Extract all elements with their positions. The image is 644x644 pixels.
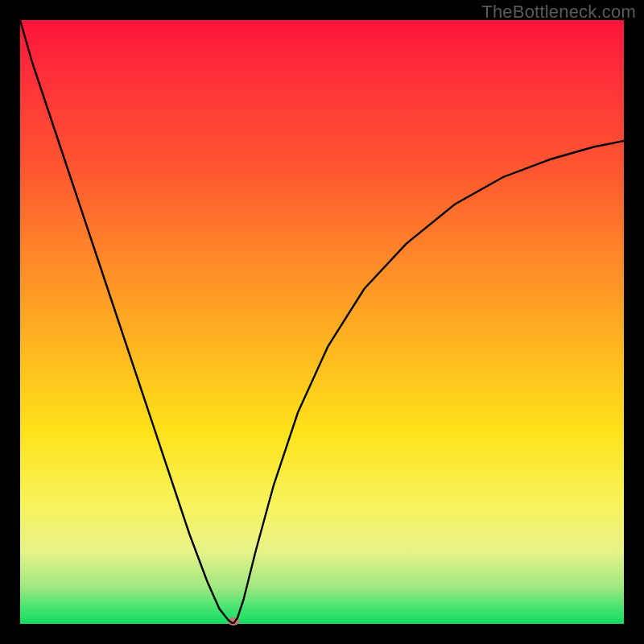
bottleneck-curve (20, 20, 624, 624)
curve-path (20, 20, 624, 624)
plot-area (20, 20, 624, 624)
watermark-text: TheBottleneck.com (481, 2, 636, 23)
chart-container: TheBottleneck.com (0, 0, 644, 644)
